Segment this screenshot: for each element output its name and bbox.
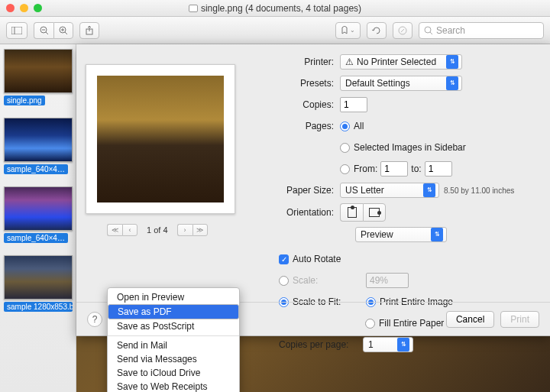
chevron-updown-icon: ⇅ — [431, 228, 443, 241]
thumbnail-label: sample 1280x853.bmp — [4, 302, 73, 312]
pages-all-radio[interactable] — [340, 121, 350, 131]
paper-select[interactable]: US Letter⇅ — [340, 183, 439, 198]
svg-line-14 — [430, 32, 432, 34]
paper-label: Paper Size: — [279, 185, 334, 196]
to-label: to: — [411, 164, 421, 174]
pages-selected-label: Selected Images in Sidebar — [354, 142, 466, 153]
chevron-updown-icon: ⇅ — [446, 76, 458, 90]
sidebar: single.png sample_640×4… sample_640×4… s… — [0, 44, 76, 392]
thumbnail-label: sample_640×4… — [4, 233, 68, 243]
warning-icon: ⚠︎ — [345, 57, 354, 67]
menu-open-preview[interactable]: Open in Preview — [108, 290, 239, 304]
landscape-icon — [369, 208, 380, 217]
thumbnail-image — [4, 255, 73, 300]
search-icon — [424, 26, 433, 35]
chevron-updown-icon: ⇅ — [446, 55, 458, 69]
close-window-button[interactable] — [6, 4, 15, 12]
preview-pager: ≪ ‹ 1 of 4 › ≫ — [107, 224, 208, 236]
file-icon — [189, 5, 198, 12]
orientation-segment — [340, 203, 386, 222]
minimize-window-button[interactable] — [20, 4, 28, 12]
orientation-landscape-button[interactable] — [363, 203, 386, 222]
sidebar-thumb[interactable]: single.png — [4, 49, 72, 109]
content-area: ≪ ‹ 1 of 4 › ≫ Printer: ⚠︎No Printer Sel… — [76, 44, 550, 392]
menu-send-messages[interactable]: Send via Messages — [108, 352, 239, 366]
zoom-out-button[interactable] — [34, 22, 53, 39]
chevron-updown-icon: ⇅ — [423, 183, 435, 197]
sidebar-thumb[interactable]: sample_640×4… — [4, 118, 72, 177]
sidebar-thumb[interactable]: sample_640×4… — [4, 186, 72, 246]
sidebar-thumb[interactable]: sample 1280x853.bmp — [4, 255, 72, 315]
search-input[interactable]: Search — [419, 22, 544, 39]
pages-selected-radio[interactable] — [340, 143, 350, 153]
to-input[interactable] — [425, 161, 452, 177]
toolbar: ⌄ Search — [0, 17, 550, 44]
prev-page-button[interactable]: ‹ — [122, 224, 138, 236]
menu-save-as-pdf[interactable]: Save as PDF — [108, 304, 239, 319]
orientation-portrait-button[interactable] — [340, 203, 363, 222]
zoom-in-button[interactable] — [53, 22, 73, 39]
scale-radio[interactable] — [279, 276, 289, 286]
pages-range-radio[interactable] — [340, 164, 350, 174]
markup-button[interactable]: ⌄ — [335, 22, 361, 39]
printer-select[interactable]: ⚠︎No Printer Selected⇅ — [340, 54, 462, 70]
svg-line-3 — [46, 32, 48, 34]
share-button[interactable] — [79, 22, 99, 39]
orientation-label: Orientation: — [279, 207, 334, 218]
scale-input — [366, 273, 409, 288]
help-button[interactable]: ? — [87, 312, 102, 327]
next-page-button[interactable]: › — [177, 224, 192, 236]
print-button[interactable]: Print — [500, 311, 539, 328]
scale-label: Scale: — [293, 275, 366, 286]
cancel-button[interactable]: Cancel — [446, 311, 494, 328]
printer-label: Printer: — [279, 57, 334, 67]
menu-save-web-receipts[interactable]: Save to Web Receipts — [108, 380, 239, 392]
preview-image — [97, 76, 224, 202]
edit-button[interactable] — [393, 22, 412, 39]
copies-label: Copies: — [279, 99, 334, 110]
auto-rotate-checkbox[interactable]: ✓ — [279, 254, 289, 264]
presets-label: Presets: — [279, 78, 334, 89]
zoom-group — [34, 22, 73, 39]
svg-line-6 — [65, 32, 67, 34]
thumbnail-image — [4, 118, 73, 162]
thumbnail-label: sample_640×4… — [4, 164, 68, 174]
portrait-icon — [348, 207, 357, 218]
pages-label: Pages: — [279, 121, 334, 131]
copies-input[interactable] — [340, 97, 367, 112]
svg-marker-11 — [342, 26, 347, 34]
traffic-lights — [6, 4, 42, 12]
section-select[interactable]: Preview⇅ — [355, 227, 447, 242]
pdf-dropdown-menu: Open in Preview Save as PDF Save as Post… — [107, 287, 240, 392]
svg-rect-0 — [11, 27, 22, 34]
print-preview — [86, 64, 235, 214]
sidebar-toggle-button[interactable] — [6, 22, 28, 39]
print-dialog: ≪ ‹ 1 of 4 › ≫ Printer: ⚠︎No Printer Sel… — [76, 44, 550, 336]
thumbnail-image — [4, 49, 73, 93]
thumbnail-image — [4, 186, 73, 231]
menu-save-as-postscript[interactable]: Save as PostScript — [108, 319, 239, 333]
paper-note: 8.50 by 11.00 inches — [444, 186, 514, 195]
from-label: From: — [354, 164, 377, 174]
menu-save-icloud[interactable]: Save to iCloud Drive — [108, 366, 239, 380]
thumbnail-label: single.png — [4, 96, 45, 105]
first-page-button[interactable]: ≪ — [107, 224, 122, 236]
chevron-updown-icon: ⇅ — [397, 338, 409, 352]
auto-rotate-label: Auto Rotate — [293, 254, 341, 264]
presets-select[interactable]: Default Settings⇅ — [340, 76, 462, 91]
copies-per-page-label: Copies per page: — [279, 339, 363, 350]
window-titlebar: single.png (4 documents, 4 total pages) — [0, 0, 550, 17]
copies-per-page-select[interactable]: 1⇅ — [363, 337, 413, 352]
menu-send-mail[interactable]: Send in Mail — [108, 339, 239, 352]
svg-point-13 — [425, 27, 431, 33]
page-indicator: 1 of 4 — [147, 225, 168, 235]
last-page-button[interactable]: ≫ — [192, 224, 208, 236]
from-input[interactable] — [380, 161, 408, 177]
zoom-window-button[interactable] — [34, 4, 42, 12]
window-title: single.png (4 documents, 4 total pages) — [0, 3, 550, 14]
rotate-button[interactable] — [367, 22, 387, 39]
pages-all-label: All — [354, 121, 364, 131]
